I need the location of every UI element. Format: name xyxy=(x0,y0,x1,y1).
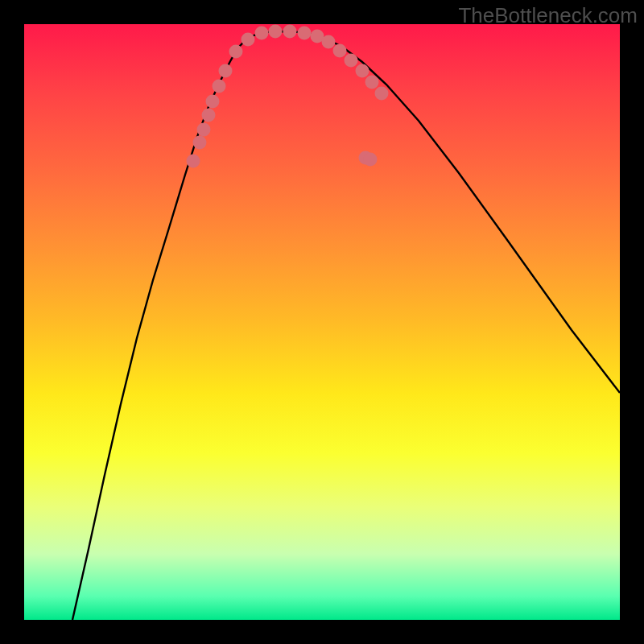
bottleneck-curve xyxy=(72,31,620,620)
data-marker xyxy=(202,109,216,122)
data-marker xyxy=(269,25,283,39)
data-marker xyxy=(219,64,233,78)
chart-frame: TheBottleneck.com xyxy=(0,0,644,644)
data-marker xyxy=(364,153,378,167)
data-marker xyxy=(345,54,358,68)
data-marker xyxy=(193,136,207,150)
marker-group xyxy=(187,25,389,168)
data-marker xyxy=(197,123,211,137)
data-marker xyxy=(356,64,369,78)
data-marker xyxy=(229,45,243,59)
data-marker xyxy=(206,95,220,109)
data-marker xyxy=(242,33,255,47)
data-marker xyxy=(187,155,200,168)
data-marker xyxy=(213,80,226,93)
data-marker xyxy=(365,76,379,89)
data-marker xyxy=(375,87,389,101)
data-marker xyxy=(255,27,269,40)
data-marker xyxy=(298,27,312,40)
data-marker xyxy=(283,25,297,39)
plot-area xyxy=(24,24,620,620)
data-marker xyxy=(322,35,336,49)
curve-svg xyxy=(24,24,620,620)
data-marker xyxy=(333,44,347,58)
